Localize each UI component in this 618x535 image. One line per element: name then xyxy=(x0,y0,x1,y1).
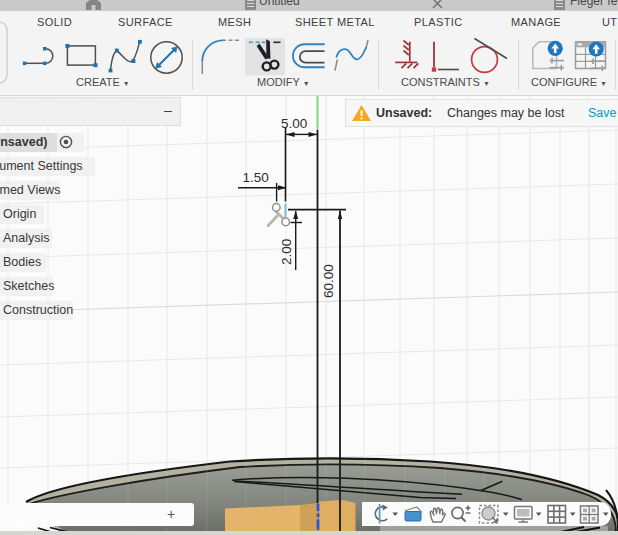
svg-text:1.50: 1.50 xyxy=(243,170,269,185)
svg-text:5.00: 5.00 xyxy=(281,116,307,131)
svg-text:2.00: 2.00 xyxy=(279,239,294,265)
svg-text:60.00: 60.00 xyxy=(321,264,336,298)
